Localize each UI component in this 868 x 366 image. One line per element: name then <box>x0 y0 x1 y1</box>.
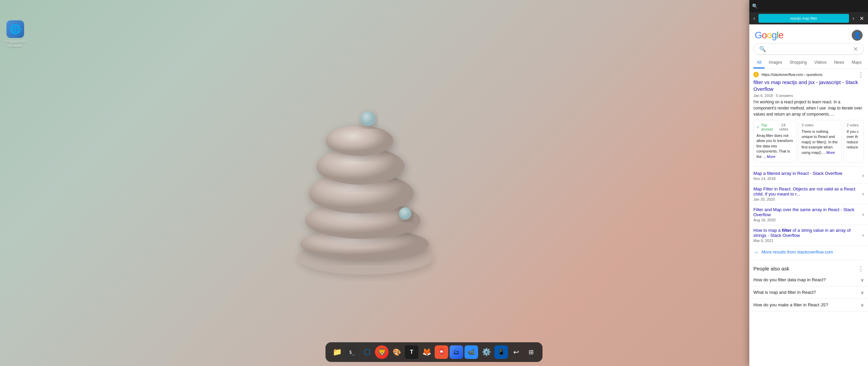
result-title-link[interactable]: filter vs map reactjs and jsx - javascri… <box>753 79 864 92</box>
files-icon[interactable]: 📁 <box>330 345 344 359</box>
firefox-icon[interactable]: 🦊 <box>420 345 433 359</box>
faq-chevron-3: ∨ <box>861 302 864 308</box>
faq-chevron-2: ∨ <box>861 290 864 295</box>
faq-item-3[interactable]: How do you make a filter in React JS? ∨ <box>749 299 868 311</box>
faq-question-3: How do you make a filter in React JS? <box>753 302 861 307</box>
google-search-panel: G o o g l e 👤 🔍 reactjs map filter ✕ All… <box>749 24 868 366</box>
account-icon[interactable]: 👤 <box>852 30 863 41</box>
faq-item-1[interactable]: How do you filter data map in React? ∨ <box>749 274 868 286</box>
faq-question-1: How do you filter data map in React? <box>753 277 861 282</box>
top-answer-badge: Top answer <box>761 123 778 131</box>
postman-icon[interactable]: 📮 <box>435 345 448 359</box>
kde-icon[interactable]: 📱 <box>494 345 508 359</box>
check-icon: ✓ <box>756 125 760 129</box>
tab-close-button[interactable]: ✕ <box>857 15 866 22</box>
answer-box-2-header: 3 votes <box>802 123 839 127</box>
chevron-right-icon-3: › <box>862 211 864 218</box>
svg-point-7 <box>399 207 411 220</box>
desktop-icon-programmer-browser[interactable]: 🌐 Programmer Browser <box>3 20 27 48</box>
zoom-icon[interactable]: 📹 <box>465 345 478 359</box>
search-tabs: All Images Shopping Videos News Maps Boo… <box>749 57 868 69</box>
tab-bar: ‹ reactjs map filter › ✕ <box>749 12 868 24</box>
google-search-box: 🔍 reactjs map filter ✕ <box>753 43 864 55</box>
vscode-icon[interactable]: ⬡ <box>360 345 374 359</box>
top-answer-box: ✓ Top answer · 24 votes Array.filter doe… <box>753 120 796 162</box>
svg-point-5 <box>326 125 393 156</box>
browser-topbar: 🔍 reactjs map filter <box>749 0 868 12</box>
related-result-4-title: How to map a filter of a string value in… <box>753 228 862 238</box>
related-result-2-title: Map Filter in React. Objects are not val… <box>753 186 862 197</box>
typora-icon[interactable]: T <box>405 345 418 359</box>
top-answer-votes: · 24 votes <box>779 123 793 131</box>
undo-icon[interactable]: ↩ <box>509 345 523 359</box>
tab-news[interactable]: News <box>831 57 848 68</box>
logo-letter-o2: o <box>767 30 772 41</box>
answer-3-votes: 2 votes <box>847 123 859 127</box>
faq-question-2: What is map and filter in React? <box>753 290 861 295</box>
apps-grid-icon[interactable]: ⊞ <box>524 345 538 359</box>
search-clear-button[interactable]: ✕ <box>853 46 858 52</box>
more-results-arrow-icon: → <box>753 249 759 255</box>
answer-box-3: 2 votes If you c over th reduce reduce <box>844 120 864 162</box>
google-search-input[interactable]: reactjs map filter <box>769 46 850 52</box>
desktop-wallpaper-sculpture <box>263 81 466 285</box>
google-header: G o o g l e 👤 <box>749 24 868 43</box>
tab-forward-button[interactable]: › <box>850 14 856 22</box>
tab-all[interactable]: All <box>753 57 765 68</box>
related-result-2-content: Map Filter in React. Objects are not val… <box>753 186 862 201</box>
more-results-link[interactable]: → More results from stackoverflow.com <box>749 246 868 259</box>
answer-3-text: If you c over th reduce reduce <box>847 129 861 150</box>
tab-books[interactable]: Books <box>866 57 868 68</box>
answer-box-3-header: 2 votes <box>847 123 861 127</box>
stackoverflow-favicon: S <box>753 72 759 77</box>
result-source-inner: S https://stackoverflow.com › questions <box>753 72 823 77</box>
svg-point-6 <box>360 111 375 126</box>
chevron-right-icon-4: › <box>862 232 864 238</box>
result-url: https://stackoverflow.com › questions <box>762 73 823 77</box>
related-result-2[interactable]: Map Filter in React. Objects are not val… <box>749 184 868 204</box>
result-source: S https://stackoverflow.com › questions … <box>753 72 864 78</box>
topbar-search-icon: 🔍 <box>752 3 758 9</box>
result-more-options-button[interactable]: ⋮ <box>858 72 864 78</box>
tab-images[interactable]: Images <box>765 57 785 68</box>
more-results-text: More results from stackoverflow.com <box>762 249 833 255</box>
related-result-3-date: Aug 16, 2020 <box>753 218 862 222</box>
top-answer-header: ✓ Top answer · 24 votes <box>756 123 793 131</box>
faq-item-2[interactable]: What is map and filter in React? ∨ <box>749 286 868 299</box>
related-result-3[interactable]: Filter and Map over the same array in Re… <box>749 204 868 225</box>
people-also-ask-more-button[interactable]: ⋮ <box>858 265 864 272</box>
brave-icon[interactable]: 🦁 <box>375 345 389 359</box>
klokki-icon[interactable]: 🗂 <box>450 345 463 359</box>
answer-box-2: 3 votes There is nothing unique to React… <box>798 120 842 162</box>
tab-shopping[interactable]: Shopping <box>786 57 810 68</box>
programmer-browser-label: Programmer Browser <box>3 39 27 48</box>
related-result-4-content: How to map a filter of a string value in… <box>753 228 862 243</box>
tab-maps[interactable]: Maps <box>848 57 865 68</box>
answer-2-votes: 3 votes <box>802 123 813 127</box>
related-result-2-date: Jan 20, 2020 <box>753 197 862 201</box>
settings-icon[interactable]: ⚙️ <box>479 345 493 359</box>
related-result-1[interactable]: Map a filtered array in React - Stack Ov… <box>749 168 868 184</box>
tab-item[interactable]: reactjs map filter <box>758 14 849 23</box>
top-answer-text: Array.filter does not allow you to trans… <box>756 133 793 159</box>
related-result-4[interactable]: How to map a filter of a string value in… <box>749 225 868 246</box>
topbar-search-input[interactable]: reactjs map filter <box>760 4 865 9</box>
main-result: S https://stackoverflow.com › questions … <box>749 69 868 165</box>
related-results: Map a filtered array in React - Stack Ov… <box>749 168 868 246</box>
top-answer-more[interactable]: ... More <box>763 155 775 159</box>
related-result-1-content: Map a filtered array in React - Stack Ov… <box>753 171 862 181</box>
terminal-icon[interactable]: $_ <box>345 345 359 359</box>
chevron-right-icon-2: › <box>862 191 864 197</box>
tab-back-button[interactable]: ‹ <box>751 14 757 22</box>
answer-2-more[interactable]: ... More <box>822 150 835 155</box>
figma-icon[interactable]: 🎨 <box>390 345 403 359</box>
people-also-ask-header: People also ask ⋮ <box>749 262 868 274</box>
chevron-right-icon-1: › <box>862 172 864 179</box>
faq-chevron-1: ∨ <box>861 277 864 283</box>
people-also-ask-title: People also ask <box>753 266 789 271</box>
browser-panel: 🔍 reactjs map filter ‹ reactjs map filte… <box>749 0 868 366</box>
result-snippet: I'm working on a react project to learn … <box>753 99 864 117</box>
answer-boxes: ✓ Top answer · 24 votes Array.filter doe… <box>753 120 864 162</box>
tab-videos[interactable]: Videos <box>811 57 830 68</box>
programmer-browser-icon: 🌐 <box>6 20 24 38</box>
